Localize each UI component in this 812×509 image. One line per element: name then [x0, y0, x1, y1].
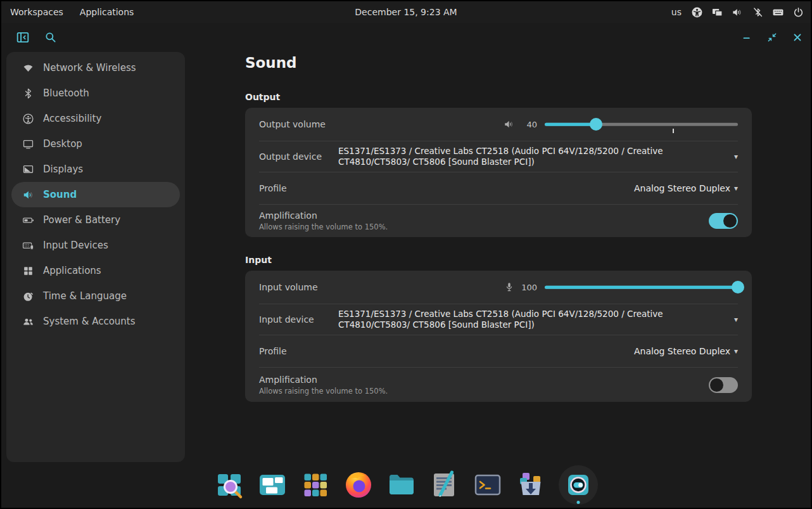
- sidebar-item-network-wireless[interactable]: Network & Wireless: [11, 55, 180, 81]
- sidebar-item-label: Applications: [43, 265, 101, 276]
- bluetooth-icon: [22, 87, 34, 100]
- microphone-icon: [504, 281, 515, 293]
- battery-icon: [22, 214, 34, 226]
- bluetooth-disabled-icon[interactable]: [752, 6, 764, 18]
- desktop: Workspaces Applications December 15, 9:2…: [0, 0, 812, 509]
- close-button[interactable]: [792, 32, 803, 43]
- applications-menu[interactable]: Applications: [80, 7, 134, 17]
- input-device-row[interactable]: Input device ES1371/ES1373 / Creative La…: [245, 304, 752, 335]
- output-device-row[interactable]: Output device ES1371/ES1373 / Creative L…: [245, 141, 752, 172]
- toggle-knob: [710, 378, 723, 392]
- input-amplification-description: Allows raising the volume to 150%.: [259, 387, 388, 396]
- power-icon[interactable]: [792, 6, 804, 18]
- keyboard-icon[interactable]: [772, 6, 784, 18]
- sidebar-item-label: Bluetooth: [43, 87, 89, 99]
- chevron-down-icon[interactable]: ▾: [734, 315, 738, 324]
- speaker-icon: [504, 119, 515, 130]
- output-amplification-label: Amplification: [259, 210, 388, 221]
- sidebar-item-label: Input Devices: [43, 240, 108, 251]
- search-icon[interactable]: [44, 31, 57, 44]
- input-volume-slider[interactable]: [545, 278, 738, 297]
- output-volume-slider[interactable]: [545, 115, 738, 134]
- clock[interactable]: December 15, 9:23 AM: [355, 7, 457, 17]
- workspaces-menu[interactable]: Workspaces: [10, 7, 63, 17]
- software-installer-icon[interactable]: [516, 470, 546, 500]
- sidebar-item-bluetooth[interactable]: Bluetooth: [11, 81, 180, 106]
- top-panel: Workspaces Applications December 15, 9:2…: [1, 1, 811, 23]
- desktop-icon: [22, 138, 34, 150]
- text-editor-icon[interactable]: [429, 470, 460, 500]
- input-profile-label: Profile: [259, 346, 287, 356]
- settings-sidebar: Network & Wireless Bluetooth Accessibili…: [6, 52, 185, 462]
- sidebar-item-accessibility[interactable]: Accessibility: [11, 106, 180, 131]
- sound-settings-pane: Sound Output Output volume 40: [245, 23, 752, 505]
- input-card: Input volume 100 Input device ES137: [245, 271, 752, 402]
- app-grid-icon: [22, 265, 34, 277]
- slider-fill: [545, 123, 596, 126]
- slider-thumb[interactable]: [590, 118, 602, 131]
- output-amplification-toggle[interactable]: [709, 213, 738, 229]
- sidebar-item-time-language[interactable]: Time & Language: [11, 283, 180, 309]
- keyboard-layout-indicator[interactable]: us: [671, 7, 682, 17]
- input-profile-row[interactable]: Profile Analog Stereo Duplex ▾: [245, 335, 752, 367]
- chevron-down-icon[interactable]: ▾: [734, 184, 738, 193]
- output-amplification-row: Amplification Allows raising the volume …: [245, 205, 752, 237]
- displays-icon[interactable]: [711, 6, 723, 18]
- input-amplification-toggle[interactable]: [709, 377, 738, 393]
- running-indicator-dot: [577, 501, 580, 504]
- sidebar-item-system-accounts[interactable]: System & Accounts: [11, 309, 180, 334]
- input-volume-row: Input volume 100: [245, 271, 752, 304]
- input-devices-icon: [22, 240, 34, 252]
- output-profile-label: Profile: [259, 183, 287, 193]
- slider-thumb[interactable]: [732, 281, 744, 293]
- firefox-icon[interactable]: [343, 470, 374, 500]
- sidebar-item-label: Network & Wireless: [43, 62, 136, 74]
- users-icon: [22, 316, 34, 328]
- output-profile-row[interactable]: Profile Analog Stereo Duplex ▾: [245, 172, 752, 204]
- window-tiler-icon[interactable]: [257, 470, 288, 500]
- page-title: Sound: [245, 55, 297, 71]
- sound-icon: [22, 189, 34, 201]
- output-device-label: Output device: [259, 151, 338, 162]
- output-volume-label: Output volume: [259, 119, 326, 129]
- sidebar-item-input-devices[interactable]: Input Devices: [11, 233, 180, 258]
- sidebar-item-applications[interactable]: Applications: [11, 258, 180, 283]
- settings-window: Network & Wireless Bluetooth Accessibili…: [1, 23, 811, 508]
- chevron-down-icon[interactable]: ▾: [734, 152, 738, 161]
- restore-button[interactable]: [766, 32, 778, 43]
- terminal-icon[interactable]: [473, 470, 503, 500]
- sidebar-item-label: System & Accounts: [43, 316, 136, 327]
- sidebar-item-label: Desktop: [43, 138, 82, 150]
- app-search-icon[interactable]: [214, 470, 244, 500]
- output-device-value: ES1371/ES1373 / Creative Labs CT2518 (Au…: [338, 146, 730, 167]
- slider-fill: [545, 286, 738, 289]
- sidebar-item-sound[interactable]: Sound: [11, 182, 180, 207]
- input-device-value: ES1371/ES1373 / Creative Labs CT2518 (Au…: [338, 309, 730, 330]
- accessibility-icon[interactable]: [691, 6, 703, 18]
- chevron-down-icon[interactable]: ▾: [734, 347, 738, 356]
- sidebar-item-desktop[interactable]: Desktop: [11, 131, 180, 157]
- input-amplification-row: Amplification Allows raising the volume …: [245, 368, 752, 402]
- displays-icon: [22, 164, 34, 176]
- sidebar-item-displays[interactable]: Displays: [11, 157, 180, 182]
- settings-icon[interactable]: [559, 465, 598, 505]
- dock: [1, 465, 811, 505]
- sidebar-item-power-battery[interactable]: Power & Battery: [11, 207, 180, 233]
- output-profile-value: Analog Stereo Duplex: [634, 183, 730, 193]
- app-grid-icon[interactable]: [300, 470, 331, 500]
- output-amplification-description: Allows raising the volume to 150%.: [259, 222, 388, 231]
- input-device-label: Input device: [259, 314, 338, 325]
- wifi-icon: [22, 62, 34, 74]
- output-card: Output volume 40 Output device: [245, 108, 752, 237]
- input-amplification-label: Amplification: [259, 375, 388, 385]
- input-volume-value: 100: [519, 283, 537, 292]
- sidebar-item-label: Time & Language: [43, 290, 127, 302]
- clock-icon: [22, 290, 34, 302]
- sidebar-item-label: Power & Battery: [43, 214, 120, 226]
- output-section-label: Output: [245, 92, 280, 102]
- sidebar-toggle-icon[interactable]: [16, 31, 29, 44]
- sidebar-item-label: Displays: [43, 164, 83, 175]
- output-volume-value: 40: [519, 120, 537, 129]
- volume-icon[interactable]: [732, 6, 744, 18]
- file-manager-icon[interactable]: [386, 470, 417, 500]
